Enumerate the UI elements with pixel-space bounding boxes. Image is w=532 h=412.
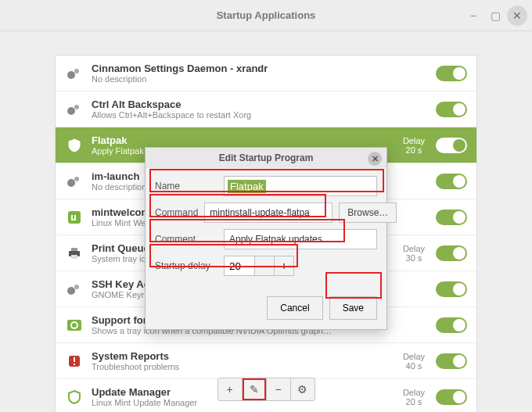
toggle-switch[interactable] xyxy=(436,138,467,153)
mint-logo-icon xyxy=(65,210,84,224)
list-item[interactable]: Ctrl Alt Backspace Allows Ctrl+Alt+Backs… xyxy=(56,91,476,127)
minimize-icon[interactable]: − xyxy=(463,5,483,26)
edit-button[interactable]: ✎ xyxy=(242,378,267,401)
svg-rect-15 xyxy=(74,357,75,362)
toggle-switch[interactable] xyxy=(436,66,467,81)
list-item[interactable]: System Reports Troubleshoot problems Del… xyxy=(56,343,476,379)
item-desc: No description xyxy=(92,74,436,84)
toggle-switch[interactable] xyxy=(436,353,467,369)
toggle-switch[interactable] xyxy=(436,102,467,117)
add-button[interactable]: + xyxy=(217,378,243,401)
dialog-close-icon[interactable]: ✕ xyxy=(368,152,382,166)
save-button[interactable]: Save xyxy=(329,296,377,320)
delay-label: Delay xyxy=(403,136,425,145)
svg-point-0 xyxy=(67,71,75,79)
item-title: Flatpak xyxy=(92,134,403,146)
window-controls: − ▢ ✕ xyxy=(463,5,527,26)
comment-label: Comment xyxy=(155,234,217,245)
delay-decrement-button[interactable]: − xyxy=(254,256,275,276)
remove-button[interactable]: − xyxy=(266,378,291,401)
delay-label: Delay xyxy=(403,244,425,253)
cancel-button[interactable]: Cancel xyxy=(267,296,322,320)
svg-rect-16 xyxy=(74,364,75,365)
name-field[interactable]: Flatpak xyxy=(228,180,266,193)
delay-increment-button[interactable]: + xyxy=(274,256,294,276)
close-icon[interactable]: ✕ xyxy=(507,5,527,26)
item-desc: Troubleshoot problems xyxy=(92,362,403,371)
svg-point-11 xyxy=(74,285,79,289)
svg-point-2 xyxy=(67,107,75,115)
delay-label: Delay xyxy=(403,352,425,361)
svg-rect-8 xyxy=(71,248,77,251)
shield-icon xyxy=(65,138,84,152)
edit-startup-dialog: Edit Startup Program ✕ Name Flatpak Comm… xyxy=(145,147,387,330)
dialog-title: Edit Startup Program ✕ xyxy=(146,148,386,168)
svg-point-5 xyxy=(74,177,79,181)
command-field[interactable] xyxy=(204,202,332,223)
command-label: Command xyxy=(155,207,198,218)
browse-button[interactable]: Browse… xyxy=(339,202,397,223)
toggle-switch[interactable] xyxy=(436,245,467,261)
toggle-switch[interactable] xyxy=(436,281,467,297)
printer-icon xyxy=(65,247,84,260)
toggle-switch[interactable] xyxy=(436,210,467,225)
titlebar: Startup Applications − ▢ ✕ xyxy=(0,0,532,31)
maximize-icon[interactable]: ▢ xyxy=(485,5,505,26)
delay-value: 30 s xyxy=(403,253,425,263)
delay-value: 20 s xyxy=(403,145,425,155)
svg-rect-9 xyxy=(71,255,77,259)
warning-icon xyxy=(65,354,84,368)
svg-point-1 xyxy=(74,69,79,73)
gear-icon xyxy=(65,103,84,116)
startup-delay-field[interactable] xyxy=(224,256,255,276)
delay-value: 40 s xyxy=(403,361,425,371)
svg-point-10 xyxy=(67,287,75,295)
list-item[interactable]: Cinnamon Settings Daemon - xrandr No des… xyxy=(56,56,476,91)
svg-point-4 xyxy=(67,179,75,187)
gear-icon xyxy=(65,175,84,188)
svg-point-3 xyxy=(74,105,79,109)
item-title: System Reports xyxy=(92,350,403,362)
item-title: Ctrl Alt Backspace xyxy=(92,99,436,110)
dialog-title-text: Edit Startup Program xyxy=(219,152,314,163)
gear-icon xyxy=(65,67,84,80)
nvidia-icon xyxy=(65,320,84,331)
run-button[interactable]: ⚙ xyxy=(290,378,315,401)
gear-icon xyxy=(65,283,84,296)
window-title: Startup Applications xyxy=(217,9,316,21)
startup-delay-label: Startup delay xyxy=(155,260,217,271)
comment-field[interactable] xyxy=(224,229,377,249)
item-title: Cinnamon Settings Daemon - xrandr xyxy=(92,63,436,74)
item-desc: Allows Ctrl+Alt+Backspace to restart Xor… xyxy=(92,110,436,120)
name-label: Name xyxy=(155,181,217,192)
toggle-switch[interactable] xyxy=(436,174,467,189)
toggle-switch[interactable] xyxy=(436,317,467,333)
toolbar: + ✎ − ⚙ xyxy=(0,378,532,401)
